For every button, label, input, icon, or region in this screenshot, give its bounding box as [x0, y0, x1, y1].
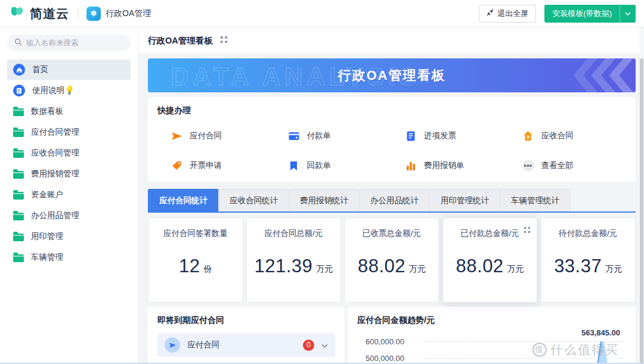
tab-label: 应收合同统计: [230, 195, 278, 206]
jiandaoyun-logo-icon: [10, 5, 25, 22]
quick-actions-grid: 应付合同 付款单 进项发票: [157, 123, 626, 178]
tab-label: 用印管理统计: [441, 195, 489, 206]
sidebar-search[interactable]: [7, 35, 131, 51]
stat-card-value: 88.02: [456, 256, 504, 277]
page-title: 行政OA管理看板: [148, 35, 213, 46]
quick-action-invoicing-request[interactable]: 开票申请: [157, 153, 275, 178]
stat-card-contract-total: 应付合同总额/元 121.39 万元: [246, 217, 342, 303]
sidebar-item-fund-accounts[interactable]: 资金账户: [7, 185, 131, 205]
sidebar-item-expense-management[interactable]: 费用报销管理: [7, 164, 131, 184]
ellipsis-icon: •••: [522, 160, 534, 172]
stat-card-title: 已收票总金额/元: [363, 228, 421, 239]
tab-vehicle-management-stats[interactable]: 车辆管理统计: [500, 189, 571, 211]
expand-icon[interactable]: [220, 35, 228, 46]
sidebar-item-seal-management[interactable]: 用印管理: [7, 226, 131, 247]
brand[interactable]: 简道云: [10, 5, 69, 22]
search-icon: [14, 38, 22, 48]
stat-cards-row: 应付合同签署数量 12 份 应付合同总额/元 121.39 万元 已收票总金额/…: [148, 217, 636, 303]
sidebar-item-vehicle-management[interactable]: 车辆管理: [7, 247, 131, 267]
current-app[interactable]: ✽ 行政OA管理: [86, 7, 151, 21]
y-axis-tick: 600,000.00: [366, 337, 417, 346]
stat-card-contract-count: 应付合同签署数量 12 份: [148, 217, 243, 303]
expiring-contract-row[interactable]: 应付合同 0: [157, 333, 335, 357]
tab-office-supplies-stats[interactable]: 办公用品统计: [359, 189, 430, 211]
quick-action-receivable-contract[interactable]: ¥ 应收合同: [509, 123, 627, 148]
wallet-icon: [288, 130, 300, 142]
quick-action-input-invoice[interactable]: 进项发票: [392, 123, 509, 148]
sidebar-item-label: 费用报销管理: [31, 169, 79, 179]
dashboard-content: DATA ANALYSIS 行政OA管理看板 快捷办理 应付合同: [138, 54, 639, 364]
topbar-divider: [78, 8, 78, 20]
breadcrumb: 行政OA管理看板: [138, 27, 644, 54]
expiring-contracts-panel: 即将到期应付合同 应付合同 0: [148, 307, 345, 364]
tag-icon: [171, 160, 182, 172]
sidebar-item-usage-guide[interactable]: 使用说明💡: [7, 80, 131, 101]
area-series: [592, 338, 614, 364]
sidebar-item-label: 车辆管理: [31, 252, 63, 263]
tab-receivable-contract-stats[interactable]: 应收合同统计: [218, 189, 289, 211]
banner-title: 行政OA管理看板: [338, 67, 446, 85]
sidebar-item-label: 资金账户: [31, 189, 63, 200]
stat-card-unit: 份: [204, 264, 212, 275]
stat-card-unit: 万元: [409, 264, 426, 275]
quick-action-expense-report[interactable]: 费用报销单: [392, 153, 509, 178]
sidebar-item-office-supplies[interactable]: 办公用品管理: [7, 206, 131, 226]
topbar-actions: 退出全屏 安装模板(带数据): [479, 5, 636, 23]
tab-seal-management-stats[interactable]: 用印管理统计: [429, 189, 500, 211]
quick-action-label: 付款单: [307, 130, 332, 141]
vertical-scrollbar[interactable]: [639, 27, 644, 364]
stat-card-value: 88.02: [358, 256, 405, 277]
sidebar-item-home[interactable]: 首页: [7, 60, 131, 80]
sidebar-item-label: 使用说明💡: [32, 85, 75, 96]
quick-action-payable-contract[interactable]: 应付合同: [157, 123, 275, 148]
quick-action-label: 应付合同: [190, 130, 222, 141]
tab-label: 车辆管理统计: [511, 195, 559, 206]
folder-icon: [13, 150, 24, 158]
stat-card-value: 33.37: [554, 256, 602, 277]
data-point-label: 563,845.00: [581, 328, 620, 337]
stats-tabs: 应付合同统计 应收合同统计 费用报销统计 办公用品统计 用印管理统计 车辆管理统…: [148, 189, 636, 213]
quick-action-label: 查看全部: [541, 160, 574, 171]
tab-label: 应付合同统计: [159, 195, 208, 206]
bottom-panels: 即将到期应付合同 应付合同 0 应付合同金额趋势/元: [148, 307, 636, 364]
tab-payable-contract-stats[interactable]: 应付合同统计: [148, 189, 219, 211]
stat-card-paid-total: 已付款总金额/元 88.02 万元: [442, 217, 538, 303]
app-root: 简道云 ✽ 行政OA管理 退出全屏 安装模板(带数据): [0, 0, 644, 364]
sidebar-item-label: 应收合同管理: [31, 148, 79, 158]
stat-card-unit: 万元: [605, 264, 622, 275]
quick-action-payment-slip[interactable]: 付款单: [275, 123, 392, 148]
install-template-label[interactable]: 安装模板(带数据): [544, 5, 620, 23]
quick-actions-panel: 快捷办理 应付合同 付款单: [148, 97, 636, 182]
document-icon: [13, 85, 25, 97]
install-template-button[interactable]: 安装模板(带数据): [544, 5, 636, 23]
compress-icon: [487, 9, 494, 18]
quick-action-collection-slip[interactable]: 回款单: [275, 153, 392, 178]
trend-chart: 600,000.00 500,000.00 400,000.00: [357, 333, 626, 364]
y-axis-tick: 500,000.00: [366, 354, 417, 363]
folder-icon: [13, 192, 24, 200]
tab-label: 费用报销统计: [300, 195, 348, 206]
search-input[interactable]: [26, 39, 116, 47]
stat-card-unit: 万元: [507, 264, 524, 275]
quick-action-view-all[interactable]: ••• 查看全部: [509, 153, 627, 178]
send-icon: [165, 337, 180, 353]
app-name: 行政OA管理: [106, 8, 151, 19]
brand-name: 简道云: [30, 5, 69, 22]
sidebar-item-receivable-contracts[interactable]: 应收合同管理: [7, 143, 131, 163]
stat-card-unpaid-total: 待付款总金额/元 33.37 万元: [540, 217, 636, 303]
quick-action-label: 费用报销单: [424, 160, 465, 171]
expand-icon[interactable]: [524, 225, 531, 236]
tab-expense-stats[interactable]: 费用报销统计: [289, 189, 360, 211]
folder-icon: [13, 234, 24, 241]
chevron-down-icon[interactable]: [321, 340, 328, 350]
stat-card-value: 12: [179, 256, 200, 277]
svg-text:¥: ¥: [527, 134, 530, 140]
sidebar-item-label: 首页: [32, 64, 48, 75]
sidebar-item-payable-contracts[interactable]: 应付合同管理: [7, 122, 131, 142]
sidebar-item-data-dashboard[interactable]: 数据看板: [7, 101, 131, 122]
stat-card-title: 应付合同签署数量: [163, 228, 228, 239]
scrollbar-thumb[interactable]: [640, 58, 643, 364]
stat-card-value: 121.39: [254, 256, 312, 277]
exit-fullscreen-button[interactable]: 退出全屏: [479, 5, 536, 23]
chevron-down-icon[interactable]: [620, 5, 636, 23]
